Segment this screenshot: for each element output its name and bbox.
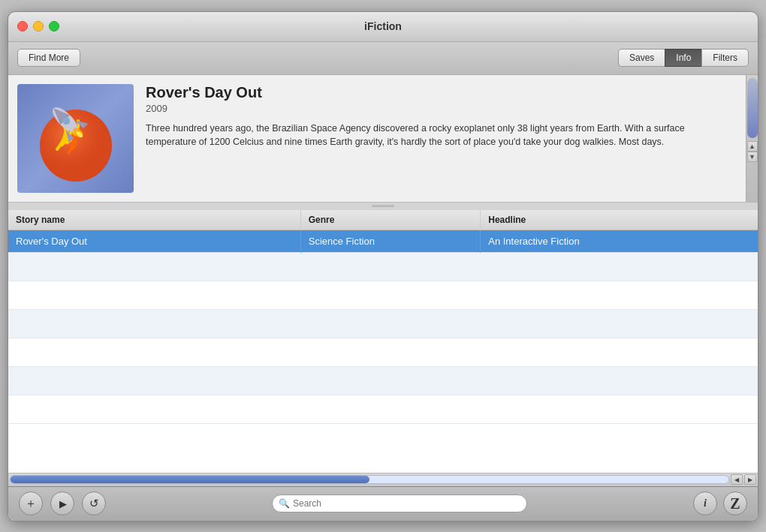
table-row[interactable] <box>8 309 758 338</box>
add-button[interactable]: ＋ <box>19 491 43 515</box>
search-input[interactable] <box>293 498 520 509</box>
story-table: Story name Genre Headline Rover's Day Ou… <box>8 210 758 473</box>
column-header-genre[interactable]: Genre <box>300 210 481 230</box>
refresh-button[interactable]: ↺ <box>82 491 106 515</box>
scrollbar-thumb[interactable] <box>747 78 758 138</box>
table-row[interactable] <box>8 252 758 281</box>
h-scroll-thumb[interactable] <box>11 476 369 483</box>
z-button[interactable]: Z <box>723 491 747 515</box>
column-header-headline[interactable]: Headline <box>481 210 758 230</box>
book-description: Three hundred years ago, the Brazilian S… <box>146 122 734 150</box>
table-row[interactable] <box>8 338 758 366</box>
table-row[interactable] <box>8 281 758 309</box>
saves-button[interactable]: Saves <box>618 49 665 67</box>
search-bar[interactable]: 🔍 <box>272 494 527 512</box>
main-window: iFiction Find More Saves Info Filters <box>8 11 758 521</box>
window-title: iFiction <box>364 20 402 32</box>
info-scrollbar[interactable]: ▲ ▼ <box>746 75 758 202</box>
info-button[interactable]: Info <box>665 49 701 67</box>
refresh-icon: ↺ <box>89 497 99 510</box>
h-scroll-left-arrow[interactable]: ◀ <box>731 474 743 485</box>
traffic-lights <box>17 21 59 32</box>
h-scroll-right-arrow[interactable]: ▶ <box>744 474 756 485</box>
minimize-button[interactable] <box>33 21 44 32</box>
find-more-button[interactable]: Find More <box>17 49 80 67</box>
cell-headline: An Interactive Fiction <box>481 230 758 252</box>
cell-story-name: Rover's Day Out <box>8 230 300 252</box>
table-row[interactable]: Rover's Day Out Science Fiction An Inter… <box>8 230 758 252</box>
resize-handle[interactable] <box>8 203 758 210</box>
column-header-story[interactable]: Story name <box>8 210 300 230</box>
z-icon: Z <box>730 495 740 512</box>
h-scroll-track[interactable] <box>10 475 729 484</box>
play-button[interactable]: ▶ <box>50 491 74 515</box>
info-text: Rover's Day Out 2009 Three hundred years… <box>146 84 749 193</box>
book-cover <box>17 84 134 193</box>
info-circle-button[interactable]: i <box>693 491 717 515</box>
scroll-up-arrow[interactable]: ▲ <box>747 141 758 152</box>
toolbar: Find More Saves Info Filters <box>8 42 758 75</box>
table-row[interactable] <box>8 395 758 423</box>
add-icon: ＋ <box>25 496 37 512</box>
table-header-row: Story name Genre Headline <box>8 210 758 230</box>
filters-button[interactable]: Filters <box>701 49 749 67</box>
title-bar: iFiction <box>8 12 758 42</box>
book-title: Rover's Day Out <box>146 84 734 101</box>
info-icon: i <box>704 497 707 509</box>
info-panel: Rover's Day Out 2009 Three hundred years… <box>8 75 758 203</box>
cell-genre: Science Fiction <box>300 230 481 252</box>
play-icon: ▶ <box>59 498 67 509</box>
search-icon: 🔍 <box>279 498 290 509</box>
scroll-down-arrow[interactable]: ▼ <box>747 152 758 162</box>
bottom-right-buttons: i Z <box>693 491 747 515</box>
horizontal-scrollbar: ◀ ▶ <box>8 473 758 486</box>
book-year: 2009 <box>146 103 734 114</box>
maximize-button[interactable] <box>49 21 59 32</box>
close-button[interactable] <box>17 21 28 32</box>
toolbar-right-buttons: Saves Info Filters <box>618 49 749 67</box>
bottom-bar: ＋ ▶ ↺ 🔍 i Z <box>8 486 758 521</box>
table-row[interactable] <box>8 366 758 395</box>
